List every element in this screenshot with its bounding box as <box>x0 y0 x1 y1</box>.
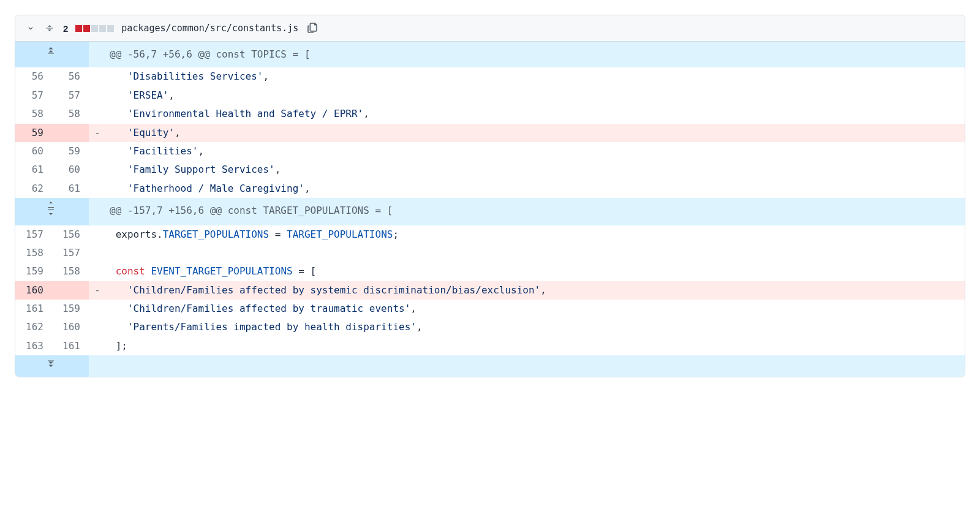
file-header: 2 packages/common/src/constants.js <box>15 15 965 42</box>
new-line-number[interactable]: 56 <box>52 67 89 86</box>
old-line-number[interactable]: 160 <box>15 281 52 300</box>
diff-marker <box>89 244 106 262</box>
diff-line: 6261 'Fatherhood / Male Caregiving', <box>15 179 965 198</box>
old-line-number[interactable]: 59 <box>15 124 52 142</box>
chevron-down-icon[interactable] <box>25 23 36 34</box>
old-line-number[interactable]: 158 <box>15 244 52 262</box>
diff-line: 163161 ]; <box>15 337 965 355</box>
new-line-number[interactable]: 57 <box>52 86 89 105</box>
old-line-number[interactable]: 56 <box>15 67 52 86</box>
copy-path-icon[interactable] <box>306 21 319 35</box>
diff-line: 5858 'Environmental Health and Safety / … <box>15 105 965 123</box>
diff-marker <box>89 105 106 123</box>
expand-hunk-button[interactable] <box>15 42 89 67</box>
diff-line: 5757 'ERSEA', <box>15 86 965 105</box>
diff-line: 160- 'Children/Families affected by syst… <box>15 281 965 300</box>
diff-line: 5656 'Disabilities Services', <box>15 67 965 86</box>
diff-marker <box>89 225 106 244</box>
diff-line: 162160 'Parents/Families impacted by hea… <box>15 318 965 336</box>
new-line-number[interactable]: 61 <box>52 179 89 198</box>
old-line-number[interactable]: 58 <box>15 105 52 123</box>
diffstat-deletion-block <box>83 25 90 32</box>
new-line-number[interactable]: 158 <box>52 262 89 281</box>
new-line-number[interactable]: 161 <box>52 337 89 355</box>
new-line-number[interactable]: 59 <box>52 142 89 161</box>
diffstat-deletion-block <box>75 25 82 32</box>
diff-line: 6059 'Facilities', <box>15 142 965 161</box>
code-content: 'Environmental Health and Safety / EPRR'… <box>106 105 965 123</box>
diff-marker: - <box>89 281 106 300</box>
old-line-number[interactable]: 159 <box>15 262 52 281</box>
code-content: exports.TARGET_POPULATIONS = TARGET_POPU… <box>106 225 965 244</box>
code-content: 'Facilities', <box>106 142 965 161</box>
old-line-number[interactable]: 161 <box>15 300 52 318</box>
old-line-number[interactable]: 157 <box>15 225 52 244</box>
diff-line: 157156 exports.TARGET_POPULATIONS = TARG… <box>15 225 965 244</box>
code-content: 'ERSEA', <box>106 86 965 105</box>
diff-line: 161159 'Children/Families affected by tr… <box>15 300 965 318</box>
new-line-number[interactable] <box>52 124 89 142</box>
diffstat-neutral-block <box>91 25 98 32</box>
diffstat-neutral-block <box>99 25 106 32</box>
code-content: 'Family Support Services', <box>106 161 965 179</box>
diff-line: 158157 <box>15 244 965 262</box>
old-line-number[interactable]: 62 <box>15 179 52 198</box>
hunk-trailing-expand <box>15 355 965 376</box>
diff-line: 59- 'Equity', <box>15 124 965 142</box>
change-count: 2 <box>63 23 68 34</box>
code-content: 'Children/Families affected by systemic … <box>106 281 965 300</box>
hunk-header-text: @@ -56,7 +56,6 @@ const TOPICS = [ <box>106 42 965 67</box>
diff-marker <box>89 337 106 355</box>
diff-marker <box>89 67 106 86</box>
diff-line: 159158 const EVENT_TARGET_POPULATIONS = … <box>15 262 965 281</box>
old-line-number[interactable]: 163 <box>15 337 52 355</box>
diff-marker: - <box>89 124 106 142</box>
code-content <box>106 244 965 262</box>
diff-line: 6160 'Family Support Services', <box>15 161 965 179</box>
code-content: 'Disabilities Services', <box>106 67 965 86</box>
code-content: 'Children/Families affected by traumatic… <box>106 300 965 318</box>
new-line-number[interactable]: 156 <box>52 225 89 244</box>
diff-marker <box>89 86 106 105</box>
new-line-number[interactable]: 60 <box>52 161 89 179</box>
diff-marker <box>89 161 106 179</box>
new-line-number[interactable]: 157 <box>52 244 89 262</box>
hunk-header-text: @@ -157,7 +156,6 @@ const TARGET_POPULAT… <box>106 198 965 225</box>
diff-marker <box>89 262 106 281</box>
code-content: const EVENT_TARGET_POPULATIONS = [ <box>106 262 965 281</box>
new-line-number[interactable] <box>52 281 89 300</box>
old-line-number[interactable]: 60 <box>15 142 52 161</box>
hunk-header: @@ -56,7 +56,6 @@ const TOPICS = [ <box>15 42 965 67</box>
diff-marker <box>89 179 106 198</box>
expand-all-icon[interactable] <box>43 22 56 34</box>
new-line-number[interactable]: 159 <box>52 300 89 318</box>
file-path[interactable]: packages/common/src/constants.js <box>121 23 298 34</box>
old-line-number[interactable]: 61 <box>15 161 52 179</box>
file-diff-container: 2 packages/common/src/constants.js @@ -5… <box>15 15 965 377</box>
expand-hunk-button[interactable] <box>15 355 89 376</box>
hunk-header: @@ -157,7 +156,6 @@ const TARGET_POPULAT… <box>15 198 965 225</box>
diffstat <box>75 25 114 32</box>
diff-marker <box>89 300 106 318</box>
new-line-number[interactable]: 58 <box>52 105 89 123</box>
diff-table: @@ -56,7 +56,6 @@ const TOPICS = [5656 '… <box>15 42 965 377</box>
code-content: 'Equity', <box>106 124 965 142</box>
diffstat-neutral-block <box>107 25 114 32</box>
code-content: 'Parents/Families impacted by health dis… <box>106 318 965 336</box>
code-content: ]; <box>106 337 965 355</box>
code-content: 'Fatherhood / Male Caregiving', <box>106 179 965 198</box>
old-line-number[interactable]: 57 <box>15 86 52 105</box>
hunk-marker <box>89 42 106 67</box>
diff-marker <box>89 318 106 336</box>
expand-hunk-button[interactable] <box>15 198 89 225</box>
hunk-marker <box>89 198 106 225</box>
old-line-number[interactable]: 162 <box>15 318 52 336</box>
new-line-number[interactable]: 160 <box>52 318 89 336</box>
diff-marker <box>89 142 106 161</box>
